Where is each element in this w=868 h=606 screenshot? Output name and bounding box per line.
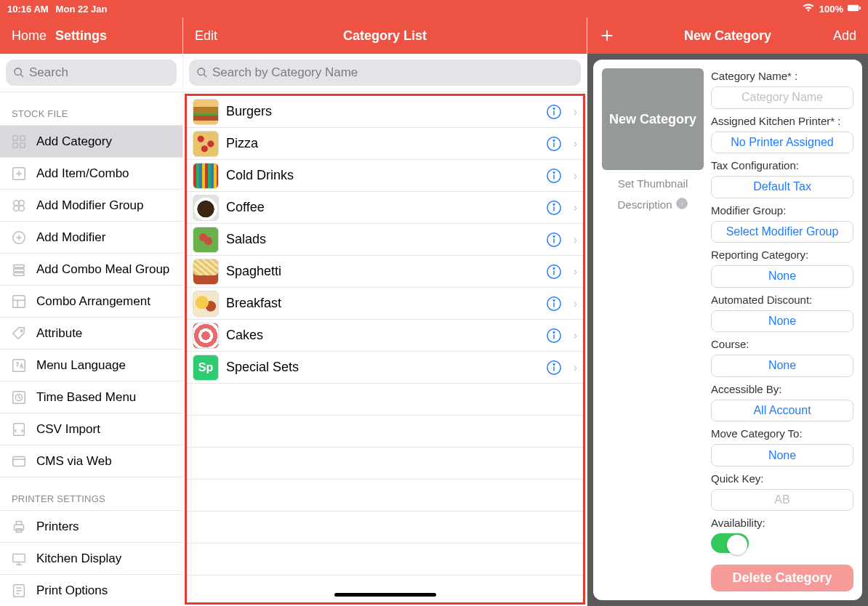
svg-point-10	[19, 206, 24, 211]
category-thumbnail	[193, 131, 219, 157]
sidebar-item-add-modifier[interactable]: Add Modifier	[0, 222, 182, 254]
sidebar-item-menu-language[interactable]: Menu Language	[0, 350, 182, 381]
chevron-right-icon: ›	[574, 105, 577, 118]
delete-category-button[interactable]: Delete Category	[711, 565, 853, 591]
info-icon[interactable]	[546, 264, 562, 280]
category-row-burgers[interactable]: Burgers›	[187, 96, 583, 128]
web-icon	[10, 453, 28, 470]
svg-rect-1	[859, 6, 861, 9]
chevron-right-icon: ›	[574, 233, 577, 246]
category-label: Pizza	[226, 136, 258, 151]
svg-point-7	[14, 200, 19, 205]
edit-button[interactable]: Edit	[195, 28, 217, 44]
sidebar-search-input[interactable]: Search	[6, 60, 177, 86]
info-icon[interactable]	[546, 104, 562, 120]
clock-icon	[10, 389, 28, 406]
availability-toggle[interactable]	[711, 533, 749, 553]
new-category-title: New Category	[587, 28, 868, 44]
sidebar-item-combo-arrangement[interactable]: Combo Arrangement	[0, 286, 182, 318]
svg-rect-20	[14, 423, 25, 435]
chevron-right-icon: ›	[574, 329, 577, 342]
svg-rect-5	[20, 142, 25, 147]
mid-nav: Edit Category List	[183, 17, 587, 54]
chevron-right-icon: ›	[574, 169, 577, 182]
svg-rect-47	[681, 201, 683, 202]
svg-rect-4	[13, 142, 17, 147]
info-icon[interactable]	[546, 168, 562, 184]
label-availability: Availability:	[711, 517, 853, 529]
info-icon[interactable]	[546, 360, 562, 376]
category-row-cakes[interactable]: Cakes›	[187, 320, 583, 352]
sidebar-item-label: Kitchen Display	[36, 552, 121, 566]
chevron-right-icon: ›	[574, 201, 577, 214]
svg-rect-12	[14, 264, 25, 267]
category-row-cold-drinks[interactable]: Cold Drinks›	[187, 160, 583, 192]
label-accessible: Accessible By:	[711, 383, 853, 395]
sidebar-item-csv-import[interactable]: CSV Import	[0, 413, 182, 445]
svg-rect-0	[848, 4, 859, 10]
thumbnail-box[interactable]: New Category	[602, 68, 704, 170]
category-search-input[interactable]: Search by Category Name	[189, 60, 581, 86]
quickkey-input[interactable]: AB	[711, 489, 853, 512]
category-row-special-sets[interactable]: SpSpecial Sets›	[187, 352, 583, 384]
sidebar-item-add-category[interactable]: Add Category	[0, 126, 182, 158]
grid-icon	[10, 133, 28, 150]
section-printer-settings: PRINTER SETTINGS	[0, 477, 182, 511]
sidebar-item-add-modifier-group[interactable]: Add Modifier Group	[0, 190, 182, 222]
category-row-pizza[interactable]: Pizza›	[187, 128, 583, 160]
svg-point-36	[553, 235, 554, 236]
chevron-right-icon: ›	[574, 297, 577, 310]
sidebar-item-cms-via-web[interactable]: CMS via Web	[0, 445, 182, 477]
tax-select[interactable]: Default Tax	[711, 176, 853, 198]
search-icon	[13, 67, 25, 78]
category-row-salads[interactable]: Salads›	[187, 224, 583, 256]
svg-rect-15	[13, 295, 25, 307]
category-list: Burgers›Pizza›Cold Drinks›Coffee›Salads›…	[185, 94, 585, 605]
info-icon[interactable]	[546, 232, 562, 248]
svg-rect-17	[13, 359, 25, 371]
chevron-right-icon: ›	[574, 265, 577, 278]
sidebar-item-label: Printers	[36, 520, 79, 534]
course-select[interactable]: None	[711, 355, 853, 377]
svg-rect-13	[14, 269, 25, 272]
printer-select[interactable]: No Printer Assigned	[711, 132, 853, 154]
sidebar-item-printers[interactable]: Printers	[0, 511, 182, 543]
tag-icon	[10, 325, 28, 342]
sidebar-item-add-item-combo[interactable]: Add Item/Combo	[0, 158, 182, 190]
battery-icon	[848, 4, 861, 15]
category-row-breakfast[interactable]: Breakfast›	[187, 288, 583, 320]
move-select[interactable]: None	[711, 444, 853, 466]
right-nav: New Category Add	[587, 17, 868, 54]
svg-rect-2	[13, 135, 17, 140]
sidebar-search-placeholder: Search	[29, 65, 68, 80]
modifier-select[interactable]: Select Modifier Group	[711, 221, 853, 243]
csv-icon	[10, 421, 28, 438]
reporting-select[interactable]: None	[711, 265, 853, 288]
sidebar-item-time-based-menu[interactable]: Time Based Menu	[0, 381, 182, 413]
add-button[interactable]: Add	[833, 28, 856, 44]
info-icon[interactable]	[546, 136, 562, 152]
sidebar-item-add-combo-meal-group[interactable]: Add Combo Meal Group	[0, 254, 182, 286]
discount-select[interactable]: None	[711, 310, 853, 333]
category-row-coffee[interactable]: Coffee›	[187, 192, 583, 224]
info-icon[interactable]	[546, 200, 562, 216]
category-row-spaghetti[interactable]: Spaghetti›	[187, 256, 583, 288]
description-label[interactable]: Description	[617, 197, 688, 212]
sidebar-item-kitchen-display[interactable]: Kitchen Display	[0, 543, 182, 575]
circles-icon	[10, 197, 28, 214]
svg-point-40	[553, 299, 554, 300]
settings-title: Settings	[55, 28, 107, 44]
accessible-select[interactable]: All Account	[711, 400, 853, 422]
add-icon[interactable]	[599, 28, 615, 44]
info-icon[interactable]	[546, 328, 562, 344]
home-link[interactable]: Home	[12, 28, 47, 44]
info-icon[interactable]	[546, 296, 562, 312]
category-form: Category Name* : Category Name Assigned …	[711, 68, 853, 591]
svg-point-8	[19, 200, 24, 205]
category-name-input[interactable]: Category Name	[711, 86, 853, 109]
sidebar-item-attribute[interactable]: Attribute	[0, 318, 182, 350]
category-label: Spaghetti	[226, 264, 281, 279]
chevron-right-icon: ›	[574, 137, 577, 150]
sidebar-item-print-options[interactable]: Print Options	[0, 575, 182, 606]
status-time: 10:16 AM	[7, 4, 49, 15]
